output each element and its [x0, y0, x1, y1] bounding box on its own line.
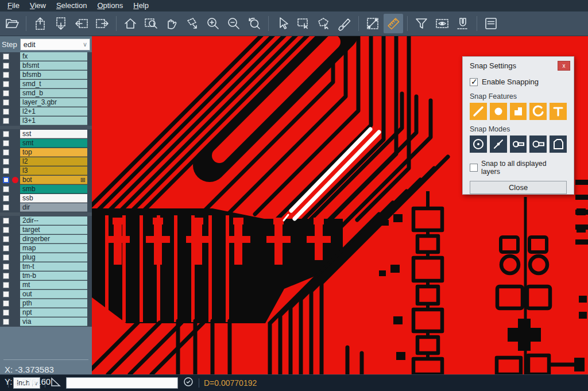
layer-name-l2[interactable]: l2 — [20, 157, 87, 166]
layer-row-out[interactable]: out — [0, 290, 92, 299]
layer-name-tm-t[interactable]: tm-t — [20, 262, 87, 271]
layer-name-layer_3.gbr[interactable]: layer_3.gbr — [20, 98, 87, 107]
layer-visibility-checkbox[interactable] — [3, 158, 9, 165]
layer-row-mt[interactable]: mt — [0, 281, 92, 289]
snap-all-layers-checkbox[interactable] — [470, 164, 478, 172]
layer-row-tm-b[interactable]: tm-b — [0, 272, 92, 280]
layer-row-smd_b[interactable]: smd_b — [0, 89, 92, 98]
layer-visibility-checkbox[interactable] — [3, 236, 9, 242]
menu-item-options[interactable]: Options — [92, 1, 128, 11]
measure-input[interactable] — [66, 377, 178, 389]
layer-name-bfsmt[interactable]: bfsmt — [20, 61, 87, 70]
layer-visibility-checkbox[interactable] — [3, 177, 9, 183]
layer-name-tm-b[interactable]: tm-b — [20, 272, 87, 280]
layer-name-smd_b[interactable]: smd_b — [20, 89, 87, 98]
enable-snapping-checkbox[interactable] — [470, 78, 478, 86]
layer-visibility-checkbox[interactable] — [3, 149, 9, 156]
layer-name-smd_t[interactable]: smd_t — [20, 80, 87, 88]
layer-row-smt[interactable]: smt — [0, 139, 92, 148]
layer-row-target[interactable]: target — [0, 226, 92, 234]
layer-visibility-checkbox[interactable] — [3, 168, 9, 174]
pcb-canvas[interactable]: Snap Settings x Enable Snapping Snap Fea… — [92, 36, 588, 374]
layer-visibility-checkbox[interactable] — [3, 319, 9, 325]
layer-name-smt[interactable]: smt — [20, 139, 87, 148]
layer-row-top[interactable]: top — [0, 148, 92, 157]
layer-row-npt[interactable]: npt — [0, 308, 92, 317]
layer-visibility-checkbox[interactable] — [3, 273, 9, 279]
measure-line-button[interactable] — [363, 14, 382, 33]
move-vertex-button[interactable] — [183, 14, 202, 33]
snap-mode-contour-button[interactable] — [550, 136, 567, 153]
layer-row-2dir--[interactable]: 2dir-- — [0, 216, 92, 225]
ruler-button[interactable] — [384, 14, 403, 33]
zoom-window-button[interactable] — [141, 14, 161, 33]
layer-name-l3[interactable]: l3 — [20, 167, 87, 175]
snap-magnet-button[interactable] — [453, 14, 473, 33]
layer-visibility-checkbox[interactable] — [3, 81, 9, 87]
home-view-button[interactable] — [121, 14, 140, 33]
dialog-close-icon[interactable]: x — [558, 61, 570, 71]
layer-name-l2+1[interactable]: l2+1 — [20, 107, 87, 116]
layer-visibility-checkbox[interactable] — [3, 204, 9, 211]
layer-name-bfsmb[interactable]: bfsmb — [20, 71, 87, 79]
zoom-in-button[interactable] — [203, 14, 223, 33]
layer-visibility-checkbox[interactable] — [3, 227, 9, 233]
layer-row-map[interactable]: map — [0, 244, 92, 253]
layer-row-tm-t[interactable]: tm-t — [0, 262, 92, 271]
layer-row-smb[interactable]: smb — [0, 185, 92, 193]
pan-hand-button[interactable] — [162, 14, 181, 33]
layer-row-dirgerber[interactable]: dirgerber — [0, 235, 92, 243]
layer-visibility-checkbox[interactable] — [3, 53, 9, 60]
layer-row-ssb[interactable]: ssb — [0, 194, 92, 203]
layer-row-pth[interactable]: pth — [0, 299, 92, 308]
layer-row-l2[interactable]: l2 — [0, 157, 92, 166]
menu-item-view[interactable]: View — [25, 1, 51, 11]
layer-row-l3+1[interactable]: l3+1 — [0, 117, 92, 125]
layer-name-dir[interactable]: dir — [20, 203, 87, 212]
layer-name-2dir--[interactable]: 2dir-- — [20, 216, 87, 225]
layer-visibility-checkbox[interactable] — [3, 131, 9, 137]
menu-item-selection[interactable]: Selection — [51, 1, 92, 11]
layer-name-ssb[interactable]: ssb — [20, 194, 87, 203]
layer-row-dir[interactable]: dir — [0, 203, 92, 212]
snap-feature-surface-button[interactable] — [510, 103, 527, 120]
pan-right-button[interactable] — [92, 14, 112, 33]
layer-row-l2+1[interactable]: l2+1 — [0, 107, 92, 116]
pan-up-button[interactable] — [30, 14, 50, 33]
zoom-previous-button[interactable] — [245, 14, 264, 33]
layer-name-map[interactable]: map — [20, 244, 87, 253]
snap-feature-text-button[interactable] — [550, 103, 567, 120]
layer-name-l3+1[interactable]: l3+1 — [20, 117, 87, 125]
pan-down-button[interactable] — [51, 14, 71, 33]
layer-name-dirgerber[interactable]: dirgerber — [20, 235, 87, 243]
snap-mode-pad-filled-button[interactable] — [510, 136, 527, 153]
layer-visibility-checkbox[interactable] — [3, 291, 9, 297]
menu-item-file[interactable]: File — [2, 1, 25, 11]
layer-row-fx[interactable]: fx — [0, 52, 92, 61]
layer-visibility-checkbox[interactable] — [3, 99, 9, 106]
snap-feature-pad-button[interactable] — [490, 103, 507, 120]
select-rectangle-button[interactable] — [293, 14, 313, 33]
menu-item-help[interactable]: Help — [128, 1, 154, 11]
brush-button[interactable] — [335, 14, 354, 33]
layer-name-smb[interactable]: smb — [20, 185, 87, 193]
layer-row-layer_3.gbr[interactable]: layer_3.gbr — [0, 98, 92, 107]
layer-row-sst[interactable]: sst — [0, 130, 92, 138]
layer-name-mt[interactable]: mt — [20, 281, 87, 289]
layer-visibility-checkbox[interactable] — [3, 282, 9, 288]
layer-visibility-checkbox[interactable] — [3, 118, 9, 124]
view-region-button[interactable] — [432, 14, 452, 33]
layer-name-top[interactable]: top — [20, 148, 87, 157]
filter-button[interactable] — [412, 14, 431, 33]
layer-row-l3[interactable]: l3 — [0, 167, 92, 175]
layer-visibility-checkbox[interactable] — [3, 72, 9, 78]
layer-name-npt[interactable]: npt — [20, 308, 87, 317]
pan-left-button[interactable] — [72, 14, 91, 33]
layer-visibility-checkbox[interactable] — [3, 254, 9, 261]
open-folder-button[interactable] — [2, 14, 22, 33]
layer-row-via[interactable]: via — [0, 318, 92, 326]
layer-visibility-checkbox[interactable] — [3, 140, 9, 146]
layer-row-bot[interactable]: bot⊞ — [0, 176, 92, 184]
snap-mode-body-button[interactable] — [490, 136, 507, 153]
select-arrow-button[interactable] — [273, 14, 292, 33]
